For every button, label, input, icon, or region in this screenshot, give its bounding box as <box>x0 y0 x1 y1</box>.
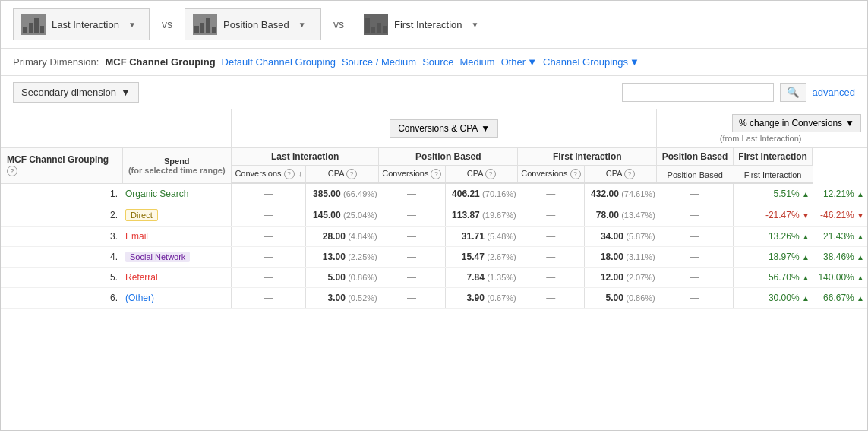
chg-pb-cell: 56.70% ▲ <box>733 268 813 288</box>
li-cpa-cell: — <box>379 247 445 268</box>
channel-link[interactable]: (Other) <box>125 293 154 303</box>
channel-name-cell[interactable]: Direct <box>122 204 232 227</box>
channel-link[interactable]: Referral <box>125 272 158 283</box>
model3-selector[interactable]: First Interaction ▼ <box>356 9 493 40</box>
pb-conv-cell: 113.87 (19.67%) <box>445 204 518 227</box>
search-button[interactable]: 🔍 <box>780 83 806 102</box>
model1-selector[interactable]: Last Interaction ▼ <box>13 8 150 40</box>
dim-link-source[interactable]: Source <box>422 56 453 68</box>
fi-cpa-cell: — <box>657 268 733 288</box>
fi-cpa-cell: — <box>657 227 733 247</box>
pct-change-arrow: ▼ <box>845 118 854 128</box>
li-group-header: Last Interaction <box>232 148 379 166</box>
dim-link-other[interactable]: Other ▼ <box>501 56 537 68</box>
dim-link-channel-groupings[interactable]: Channel Groupings ▼ <box>543 56 639 68</box>
channel-name-cell[interactable]: Email <box>122 227 232 247</box>
spend-cell: — <box>232 288 306 309</box>
fi-cpa-header: CPA ? <box>584 166 657 184</box>
model1-name: Last Interaction <box>52 19 119 30</box>
pct-change-button[interactable]: % change in Conversions ▼ <box>732 114 861 132</box>
chg-pb-cell: 5.51% ▲ <box>733 183 813 204</box>
channel-name-cell[interactable]: Referral <box>122 268 232 288</box>
fi-conv-cell: 432.00 (74.61%) <box>584 183 657 204</box>
li-cpa-help[interactable]: ? <box>346 169 357 179</box>
spend-cell: — <box>232 183 306 204</box>
fi-conv-cell: 34.00 (5.87%) <box>584 227 657 247</box>
chg-pb-cell: 18.97% ▲ <box>733 247 813 268</box>
pb-conv-cell: 406.21 (70.16%) <box>445 183 518 204</box>
conv-cpa-button[interactable]: Conversions & CPA ▼ <box>390 119 498 138</box>
row-number: 3. <box>1 227 122 247</box>
row-number: 1. <box>1 183 122 204</box>
fi-cpa-help[interactable]: ? <box>624 169 635 179</box>
pb-conv-cell: 31.71 (5.48%) <box>445 227 518 247</box>
col-spend-header: Spend <box>126 157 229 166</box>
channel-name-cell[interactable]: Social Network <box>122 247 232 268</box>
fi-conv-help[interactable]: ? <box>570 169 581 179</box>
channel-link[interactable]: Email <box>125 231 148 242</box>
conv-cpa-arrow: ▼ <box>481 123 490 134</box>
chg-fi-col-header: First Interaction <box>733 166 813 184</box>
fi-cpa-cell: — <box>657 183 733 204</box>
table-row: 1. Organic Search — 385.00 (66.49%) — 40… <box>1 183 867 204</box>
li-conv-help[interactable]: ? <box>284 169 295 179</box>
li-cpa-cell: — <box>379 288 445 309</box>
channel-link[interactable]: Organic Search <box>125 189 188 199</box>
chg-fi-group-header: First Interaction <box>733 148 813 166</box>
channel-groupings-arrow: ▼ <box>630 56 639 68</box>
secondary-dim-label: Secondary dimension <box>21 87 116 98</box>
channel-name-cell[interactable]: Organic Search <box>122 183 232 204</box>
spend-cell: — <box>232 247 306 268</box>
fi-cpa-cell: — <box>657 247 733 268</box>
chg-fi-cell: 140.00% ▲ <box>813 268 867 288</box>
li-conv-cell: 3.00 (0.52%) <box>306 288 379 309</box>
fi-group-header: First Interaction <box>518 148 657 166</box>
chg-pb-col-header: Position Based <box>657 166 733 184</box>
search-input[interactable] <box>622 83 774 102</box>
li-conv-cell: 385.00 (66.49%) <box>306 183 379 204</box>
chg-pb-cell: 30.00% ▲ <box>733 288 813 309</box>
chg-fi-cell: 38.46% ▲ <box>813 247 867 268</box>
other-arrow: ▼ <box>527 56 537 68</box>
conv-cpa-label: Conversions & CPA <box>398 123 478 134</box>
fi-cpa-cell: — <box>657 288 733 309</box>
search-area: 🔍 advanced <box>622 83 855 102</box>
dim-link-source-medium[interactable]: Source / Medium <box>342 56 416 68</box>
li-conv-cell: 145.00 (25.04%) <box>306 204 379 227</box>
table-row: 4. Social Network — 13.00 (2.25%) — 15.4… <box>1 247 867 268</box>
table-row: 6. (Other) — 3.00 (0.52%) — 3.90 (0.67%)… <box>1 288 867 309</box>
row-number: 6. <box>1 288 122 309</box>
fi-conv-cell: 78.00 (13.47%) <box>584 204 657 227</box>
li-conv-cell: 5.00 (0.86%) <box>306 268 379 288</box>
dim-link-default-channel[interactable]: Default Channel Grouping <box>222 56 336 68</box>
model1-icon <box>21 14 46 35</box>
secondary-dimension-button[interactable]: Secondary dimension ▼ <box>13 82 139 103</box>
li-cpa-cell: — <box>379 204 445 227</box>
row-number: 4. <box>1 247 122 268</box>
model3-name: First Interaction <box>394 19 462 30</box>
table-area: Conversions & CPA ▼ % change in Conversi… <box>1 109 867 309</box>
col-mcf-header: MCF Channel Grouping <box>7 154 109 165</box>
chg-fi-cell: 66.67% ▲ <box>813 288 867 309</box>
primary-dimension-row: Primary Dimension: MCF Channel Grouping … <box>1 49 867 76</box>
li-cpa-cell: — <box>379 268 445 288</box>
pct-change-subtext: (from Last Interaction) <box>660 134 861 143</box>
model2-icon <box>193 14 217 35</box>
li-cpa-cell: — <box>379 227 445 247</box>
dim-link-medium[interactable]: Medium <box>459 56 494 68</box>
mcf-help-icon[interactable]: ? <box>7 166 17 176</box>
fi-conv-cell: 12.00 (2.07%) <box>584 268 657 288</box>
chg-pb-group-header: Position Based <box>657 148 733 166</box>
fi-cpa-cell: — <box>657 204 733 227</box>
pb-conv-help[interactable]: ? <box>431 169 441 179</box>
fi-conv-cell: 18.00 (3.11%) <box>584 247 657 268</box>
pb-cpa-help[interactable]: ? <box>485 169 496 179</box>
advanced-link[interactable]: advanced <box>813 87 855 98</box>
pb-conv-header: Conversions ? <box>379 166 445 184</box>
model2-selector[interactable]: Position Based ▼ <box>185 8 321 40</box>
channel-name-cell[interactable]: (Other) <box>122 288 232 309</box>
group-header-row: MCF Channel Grouping ? Spend (for select… <box>1 148 867 166</box>
pb-cpa-cell: — <box>518 227 584 247</box>
model3-icon <box>364 14 388 35</box>
pb-conv-cell: 3.90 (0.67%) <box>445 288 518 309</box>
